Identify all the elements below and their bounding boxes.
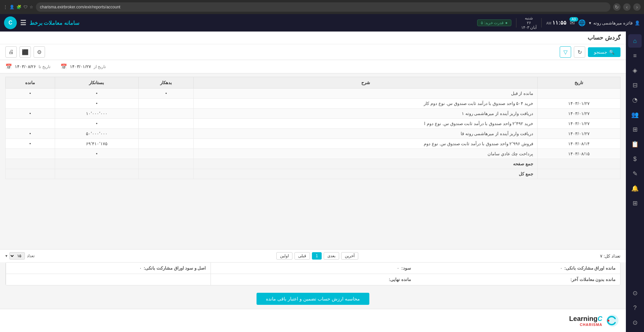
calendar-from-icon[interactable]: 📅	[60, 63, 67, 70]
settings-button[interactable]: ⚙	[34, 46, 45, 58]
extension-icon: 🧩	[16, 5, 21, 9]
sidebar-item-users[interactable]: 👥	[628, 108, 642, 121]
cell-debit	[139, 139, 194, 149]
calendar-to-icon[interactable]: 📅	[5, 63, 12, 70]
summary-section: مانده اوراق مشارکت بانکی: ۰ سود: ۰ اصل و…	[5, 262, 620, 285]
table-row: ۱۴۰۳/۰۸/۱۴فروش ۲٬۹۹۶ واحد صندوق با درآمد…	[6, 139, 620, 149]
sidebar-item-home[interactable]: ⌂	[628, 34, 642, 48]
print-button[interactable]: 🖨	[5, 46, 17, 58]
last-trade-balance-cell: مانده بدون معاملات آخر:	[416, 274, 620, 285]
page-size-label: تعداد	[27, 254, 35, 258]
cell-date: ۱۴۰۳/۰۸/۱۴	[537, 139, 620, 149]
summary-row-1: مانده اوراق مشارکت بانکی: ۰ سود: ۰ اصل و…	[6, 263, 620, 274]
page-next-btn[interactable]: بعدی	[324, 252, 339, 260]
forward-button[interactable]: ›	[623, 3, 631, 11]
page-size-select[interactable]: ۱۵ ۳۰ ۵۰	[9, 252, 25, 260]
pagination-bar: تعداد کل: ۷ آخرین بعدی 1 قبلی اولین تعدا…	[0, 249, 626, 262]
export-button[interactable]: ⬛	[19, 46, 31, 58]
table-row: ۱۴۰۳/۰۱/۲۷دریافت واریز آینده از میرهاشمی…	[6, 109, 620, 119]
user-block[interactable]: 👤 فائزه میرهاشمی روته ▾	[589, 20, 640, 25]
search-button[interactable]: 🔍 جستجو	[588, 47, 620, 57]
table-row: جمع صفحه	[6, 159, 620, 169]
date-month: آبان ۱۴۰۳	[521, 25, 537, 30]
sidebar-item-briefcase[interactable]: ⊟	[628, 78, 642, 92]
date-to-label: تاریخ تا	[39, 64, 50, 69]
cell-credit: •	[55, 89, 138, 99]
cell-balance: •	[6, 89, 55, 99]
hamburger-icon[interactable]: ☰	[20, 19, 26, 27]
header-right: 👤 فائزه میرهاشمی روته ▾ 🌐 ✉ A9 ۱۱:۵۵ AM …	[477, 16, 640, 30]
notification-badge: A9	[569, 17, 578, 21]
sidebar-item-chart[interactable]: ◈	[628, 64, 642, 77]
sidebar-item-dashboard[interactable]: ⊞	[628, 197, 642, 210]
sidebar-item-list[interactable]: ≡	[628, 49, 642, 62]
toolbar-right: 🔍 جستجو ↻ ▽	[560, 46, 620, 58]
date-from-field: تاریخ از ۱۴۰۳/۰۱/۲۷ 📅	[60, 63, 106, 70]
sidebar-item-grid[interactable]: ⊞	[628, 123, 642, 136]
page-1-btn[interactable]: 1	[312, 252, 322, 260]
sidebar-item-dollar[interactable]: $	[628, 152, 642, 166]
final-balance-label: مانده نهایی:	[389, 277, 411, 282]
app-title: سامانه معاملات برخط	[30, 20, 79, 26]
profile-icon: 👤	[9, 5, 14, 9]
sidebar-item-support[interactable]: ⊙	[628, 286, 642, 300]
buy-power-value: ۵	[481, 20, 483, 25]
cell-debit	[139, 129, 194, 139]
table-row: ۱۴۰۳/۰۱/۲۷خرید ۵۰۴ واحد صندوق با درآمد ث…	[6, 99, 620, 109]
profit-cell: سود: ۰	[211, 263, 415, 274]
logo-svg	[606, 314, 619, 327]
content-area: گردش حساب 🔍 جستجو ↻ ▽ ⚙ ⬛ 🖨 تاریخ از	[0, 32, 626, 332]
back-button[interactable]: ‹	[633, 3, 641, 11]
cell-date: ۱۴۰۳/۰۱/۲۷	[537, 99, 620, 109]
cell-description: دریافت واریز آینده از میرهاشمی روته قا	[194, 129, 537, 139]
time-period: AM	[546, 21, 551, 25]
logo-learning: LearningC	[569, 315, 602, 323]
cell-date: ۱۴۰۳/۰۱/۲۷	[537, 119, 620, 129]
profit-value: ۰	[397, 266, 399, 271]
sidebar-item-report[interactable]: 📋	[628, 137, 642, 151]
logo-text: LearningC CHARISMA	[569, 315, 602, 327]
account-table: تاریخ شرح بدهکار بستانکار مانده مانده از…	[5, 77, 620, 179]
bottom-logo: LearningC CHARISMA	[0, 309, 626, 332]
page-first-btn[interactable]: اولین	[276, 252, 292, 260]
star-icon: ☆	[30, 5, 33, 9]
right-sidebar: ⌂ ≡ ◈ ⊟ ◔ 👥 ⊞ 📋 $ ✎ 🔔 ⊞ ⊙ ? ⊙	[626, 32, 644, 332]
refresh-button[interactable]: ↻	[574, 46, 585, 58]
pagination-center: آخرین بعدی 1 قبلی اولین	[276, 252, 358, 260]
cell-description: خرید ۲٬۴۹۲ واحد صندوق با درآمد ثابت صندو…	[194, 119, 537, 129]
cell-description: مانده از قبل	[194, 89, 537, 99]
table-row: ۱۴۰۳/۰۸/۱۵پرداخت چك عادي سامان•	[6, 149, 620, 159]
user-icon: 👤	[635, 20, 640, 25]
date-num: ۲۶	[521, 20, 537, 25]
table-row: ۱۴۰۳/۰۱/۲۷دریافت واریز آینده از میرهاشمی…	[6, 129, 620, 139]
cell-credit: •	[55, 149, 138, 159]
header-left: سامانه معاملات برخط ☰ C	[4, 16, 79, 29]
page-last-btn[interactable]: آخرین	[341, 252, 358, 260]
page-prev-btn[interactable]: قبلی	[294, 252, 310, 260]
browser-bar: ‹ › ↻ charisma.exirbroker.com/exir/repor…	[0, 0, 644, 14]
reload-button[interactable]: ↻	[613, 3, 620, 11]
user-dropdown-icon: ▾	[589, 20, 591, 25]
filter-button[interactable]: ▽	[560, 46, 571, 58]
more-icon[interactable]: ⋮	[3, 5, 7, 9]
calc-button[interactable]: محاسبه ارزش حساب تضمین و اعتبار باقی مان…	[257, 293, 369, 305]
cell-credit: ۵۰٬۰۰۰٬۰۰۰	[55, 129, 138, 139]
date-block: شنبه ۲۶ آبان ۱۴۰۳	[521, 16, 537, 30]
address-bar[interactable]: charisma.exirbroker.com/exir/reports/acc…	[36, 2, 610, 12]
sidebar-item-user-edit[interactable]: ✎	[628, 167, 642, 180]
cell-description: جمع کل	[194, 169, 537, 179]
cell-date: ۱۴۰۳/۰۸/۱۵	[537, 149, 620, 159]
app-logo: C	[4, 16, 17, 29]
buying-power: ● قدرت خرید: ۵	[477, 19, 511, 26]
date-section: تاریخ از ۱۴۰۳/۰۱/۲۷ 📅 تاریخ تا ۱۴۰۳/۰۸/۲…	[0, 60, 626, 73]
sidebar-item-pie[interactable]: ◔	[628, 93, 642, 107]
bond-principal-cell: اصل و سود اوراق مشارکت بانکی: ۰	[6, 263, 211, 274]
page-title: گردش حساب	[588, 35, 620, 41]
buy-power-label: قدرت خرید:	[484, 20, 504, 25]
sidebar-item-user-circle[interactable]: ⊙	[628, 316, 642, 329]
notification-block[interactable]: ✉ A9	[570, 19, 575, 26]
sidebar-item-bell[interactable]: 🔔	[628, 182, 642, 195]
sidebar-item-help[interactable]: ?	[628, 301, 642, 315]
bond-balance-cell: مانده اوراق مشارکت بانکی: ۰	[416, 263, 620, 274]
bond-balance-value: ۰	[560, 266, 562, 271]
